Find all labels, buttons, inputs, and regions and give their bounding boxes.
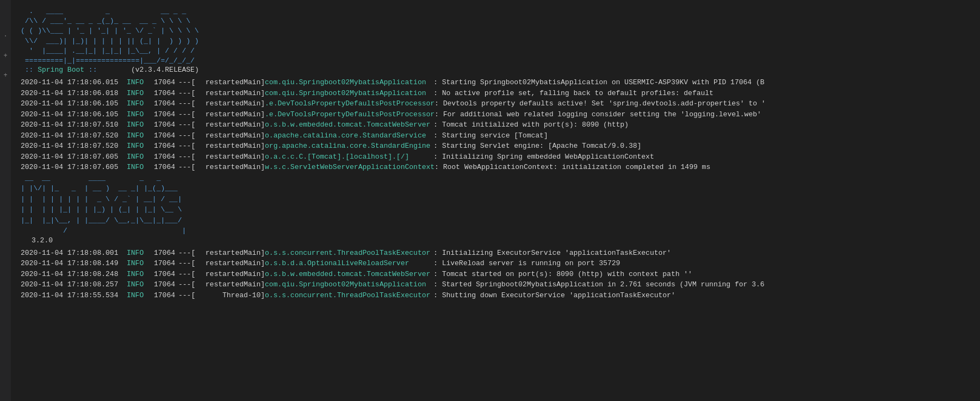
log-level: INFO [127,258,154,269]
log-level: INFO [127,109,154,120]
log-entry: 2020-11-04 17:18:06.105 INFO 17064 --- [… [21,98,978,109]
log-thread: restartedMain [195,141,260,152]
log-entry: 2020-11-04 17:18:07.520 INFO 17064 --- [… [21,130,978,141]
log-separator: --- [178,248,191,259]
log-message: : Starting service [Tomcat] [433,130,548,141]
log-logger: w.s.c.ServletWebServerApplicationContext [265,162,435,173]
log-timestamp: 2020-11-04 17:18:07.520 [21,130,127,141]
log-bracket-open: [ [191,162,195,173]
log-logger: o.a.c.c.C.[Tomcat].[localhost].[/] [265,152,433,162]
log-message: : For additional web related logging con… [435,109,761,120]
log-separator: --- [178,88,191,99]
log-timestamp: 2020-11-04 17:18:06.105 [21,109,127,120]
log-pid: 17064 [154,130,178,141]
log-bracket-close: ] [260,120,265,130]
log-logger: org.apache.catalina.core.StandardEngine [265,141,433,152]
log-container: 2020-11-04 17:18:06.015 INFO 17064 --- [… [21,77,978,173]
log-level: INFO [127,269,154,280]
log-bracket-close: ] [260,98,265,109]
log-bracket-open: [ [191,248,195,259]
log-pid: 17064 [154,120,178,130]
log-container-post-mybatis: 2020-11-04 17:18:08.001 INFO 17064 --- [… [21,248,978,301]
log-thread: restartedMain [195,130,260,141]
log-message: : Shutting down ExecutorService 'applica… [433,290,675,301]
log-separator: --- [178,98,191,109]
spring-boot-version-line: :: Spring Boot :: (v2.3.4.RELEASE) [21,66,978,74]
log-message: : Tomcat started on port(s): 8090 (http)… [433,269,692,280]
log-thread: restartedMain [195,98,260,109]
sidebar: · + + [0,0,11,401]
log-logger: o.s.b.d.a.OptionalLiveReloadServer [265,258,433,269]
log-thread: restartedMain [195,248,260,259]
log-separator: --- [178,141,191,152]
log-bracket-close: ] [260,88,265,99]
log-pid: 17064 [154,269,178,280]
log-pid: 17064 [154,162,178,173]
log-entry: 2020-11-04 17:18:07.510 INFO 17064 --- [… [21,120,978,130]
log-pid: 17064 [154,258,178,269]
log-separator: --- [178,290,191,301]
log-entry: 2020-11-04 17:18:06.015 INFO 17064 --- [… [21,77,978,88]
log-timestamp: 2020-11-04 17:18:06.105 [21,98,127,109]
log-entry: 2020-11-04 17:18:06.018 INFO 17064 --- [… [21,88,978,99]
log-timestamp: 2020-11-04 17:18:07.605 [21,152,127,162]
log-message: : No active profile set, falling back to… [433,88,714,99]
log-thread: restartedMain [195,279,260,290]
log-pid: 17064 [154,109,178,120]
spring-boot-ascii: . ____ _ __ _ _ /\\ / ___'_ __ _ _(_)_ _… [21,7,978,66]
log-message: : Initializing Spring embedded WebApplic… [433,152,654,162]
log-entry: 2020-11-04 17:18:55.534 INFO 17064 --- [… [21,290,978,301]
log-level: INFO [127,130,154,141]
log-pid: 17064 [154,98,178,109]
log-timestamp: 2020-11-04 17:18:06.015 [21,77,127,88]
log-bracket-open: [ [191,109,195,120]
sidebar-icon-1[interactable]: · [1,33,10,41]
sidebar-icon-3[interactable]: + [1,72,10,80]
log-separator: --- [178,279,191,290]
log-bracket-close: ] [260,162,265,173]
log-timestamp: 2020-11-04 17:18:07.605 [21,162,127,173]
log-level: INFO [127,162,154,173]
log-level: INFO [127,98,154,109]
log-entry: 2020-11-04 17:18:08.001 INFO 17064 --- [… [21,248,978,259]
spring-boot-version: (v2.3.4.RELEASE) [131,66,199,74]
log-timestamp: 2020-11-04 17:18:08.001 [21,248,127,259]
log-separator: --- [178,258,191,269]
log-logger: com.qiu.Springboot02MybatisApplication [265,279,433,290]
log-entry: 2020-11-04 17:18:06.105 INFO 17064 --- [… [21,109,978,120]
terminal-window: . ____ _ __ _ _ /\\ / ___'_ __ _ _(_)_ _… [0,0,980,401]
log-pid: 17064 [154,88,178,99]
log-separator: --- [178,152,191,162]
log-entry: 2020-11-04 17:18:08.257 INFO 17064 --- [… [21,279,978,290]
terminal-content: . ____ _ __ _ _ /\\ / ___'_ __ _ _(_)_ _… [16,4,980,303]
log-thread: restartedMain [195,269,260,280]
log-timestamp: 2020-11-04 17:18:06.018 [21,88,127,99]
log-separator: --- [178,109,191,120]
log-pid: 17064 [154,290,178,301]
log-bracket-open: [ [191,98,195,109]
log-logger: o.apache.catalina.core.StandardService [265,130,433,141]
log-message: : Starting Springboot02MybatisApplicatio… [433,77,765,88]
log-bracket-close: ] [260,290,265,301]
log-bracket-open: [ [191,258,195,269]
log-message: : LiveReload server is running on port 3… [433,258,620,269]
log-level: INFO [127,248,154,259]
log-entry: 2020-11-04 17:18:07.520 INFO 17064 --- [… [21,141,978,152]
log-pid: 17064 [154,77,178,88]
log-level: INFO [127,77,154,88]
log-level: INFO [127,141,154,152]
log-timestamp: 2020-11-04 17:18:07.520 [21,141,127,152]
log-level: INFO [127,152,154,162]
log-pid: 17064 [154,152,178,162]
log-bracket-close: ] [260,258,265,269]
log-bracket-open: [ [191,88,195,99]
spring-boot-label: Spring Boot [38,66,84,74]
log-pid: 17064 [154,279,178,290]
sidebar-icon-2[interactable]: + [1,52,10,61]
log-bracket-open: [ [191,141,195,152]
log-logger: o.s.s.concurrent.ThreadPoolTaskExecutor [265,248,433,259]
log-bracket-open: [ [191,120,195,130]
log-bracket-open: [ [191,279,195,290]
log-timestamp: 2020-11-04 17:18:07.510 [21,120,127,130]
log-logger: o.s.s.concurrent.ThreadPoolTaskExecutor [265,290,433,301]
